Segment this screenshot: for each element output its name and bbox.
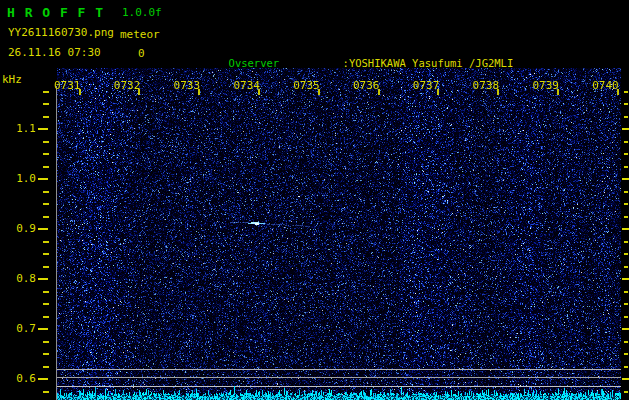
capture-filename: YY2611160730.png [8,27,114,39]
time-tick [138,89,140,95]
freq-tick-label: 0.8 [4,272,36,285]
time-tick-label: 0733 [174,79,201,92]
freq-minor-tick-right [624,116,628,118]
freq-minor-tick-right [624,266,628,268]
time-tick-label: 0737 [413,79,440,92]
time-tick-label: 0735 [293,79,320,92]
freq-tick-label: 0.7 [4,322,36,335]
freq-major-tick [38,378,48,380]
freq-major-tick-right [622,378,629,380]
time-tick-label: 0738 [473,79,500,92]
freq-minor-tick [43,291,49,293]
freq-minor-tick-right [624,316,628,318]
freq-minor-tick [43,153,49,155]
time-tick [318,89,320,95]
capture-datetime: 26.11.16 07:30 [8,47,101,59]
time-tick-label: 0734 [233,79,260,92]
freq-minor-tick [43,91,49,93]
freq-minor-tick [43,253,49,255]
freq-major-tick-right [622,278,629,280]
meteor-count-label: meteor [120,29,160,41]
time-tick-label: 0740 [592,79,619,92]
freq-minor-tick-right [624,341,628,343]
frequency-axis-line [56,86,57,400]
spectrogram-canvas [57,68,621,400]
time-tick-label: 0736 [353,79,380,92]
freq-tick-label: 1.0 [4,172,36,185]
time-tick-label: 0731 [54,79,81,92]
app-version: 1.0.0f [122,7,162,19]
freq-minor-tick-right [624,191,628,193]
freq-minor-tick-right [624,153,628,155]
freq-minor-tick-right [624,103,628,105]
freq-major-tick [38,178,48,180]
time-tick-label: 0732 [114,79,141,92]
freq-major-tick [38,128,48,130]
freq-major-tick [38,278,48,280]
time-tick [79,89,81,95]
time-tick [258,89,260,95]
time-tick [557,89,559,95]
freq-minor-tick [43,391,49,393]
freq-minor-tick [43,341,49,343]
freq-major-tick [38,328,48,330]
spectrogram-plot: kHz 1.11.00.90.80.70.6073107320733073407… [0,68,629,400]
freq-major-tick-right [622,178,629,180]
freq-minor-tick-right [624,253,628,255]
freq-minor-tick-right [624,166,628,168]
freq-minor-tick [43,353,49,355]
freq-minor-tick-right [624,353,628,355]
freq-minor-tick [43,103,49,105]
freq-major-tick [38,228,48,230]
freq-major-tick-right [622,128,629,130]
freq-minor-tick-right [624,391,628,393]
time-tick [617,89,619,95]
freq-major-tick-right [622,228,629,230]
freq-minor-tick [43,266,49,268]
freq-minor-tick [43,303,49,305]
freq-minor-tick-right [624,141,628,143]
freq-minor-tick [43,141,49,143]
freq-minor-tick-right [624,91,628,93]
freq-minor-tick-right [624,366,628,368]
freq-minor-tick [43,191,49,193]
freq-minor-tick [43,203,49,205]
freq-minor-tick-right [624,291,628,293]
info-row-observer: Ovserver:YOSHIKAWA Yasufumi /JG2MLI [178,45,614,57]
freq-minor-tick [43,241,49,243]
meteor-count-value: 0 [138,48,145,60]
hrofft-window: H R O F F T 1.0.0f YY2611160730.png mete… [0,0,629,400]
freq-minor-tick [43,316,49,318]
freq-tick-label: 0.9 [4,222,36,235]
frequency-unit-label: kHz [2,74,22,86]
freq-minor-tick-right [624,303,628,305]
freq-minor-tick [43,216,49,218]
freq-minor-tick [43,166,49,168]
freq-minor-tick [43,366,49,368]
freq-tick-label: 0.6 [4,372,36,385]
app-title: H R O F F T [7,5,104,20]
time-tick [378,89,380,95]
time-tick [198,89,200,95]
time-tick-label: 0739 [532,79,559,92]
freq-major-tick-right [622,328,629,330]
freq-tick-label: 1.1 [4,122,36,135]
freq-minor-tick [43,116,49,118]
time-tick [497,89,499,95]
freq-minor-tick-right [624,241,628,243]
time-tick [437,89,439,95]
freq-minor-tick-right [624,216,628,218]
freq-minor-tick-right [624,203,628,205]
